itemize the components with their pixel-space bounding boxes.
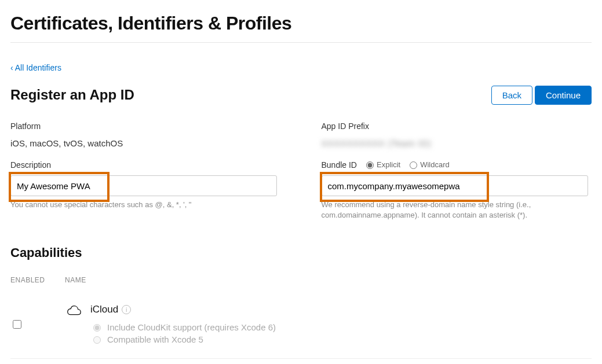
capabilities-header: ENABLED NAME (10, 275, 592, 285)
description-label: Description (10, 160, 281, 171)
action-buttons: Back Continue (491, 86, 592, 105)
platform-value: iOS, macOS, tvOS, watchOS (10, 137, 281, 149)
icloud-opt-xcode5-label: Compatible with Xcode 5 (107, 333, 203, 345)
capabilities-title: Capabilities (10, 244, 592, 262)
section-title: Register an App ID (10, 85, 134, 105)
platform-label: Platform (10, 121, 281, 133)
back-link-text: All Identifiers (15, 63, 61, 72)
divider (10, 42, 592, 43)
app-id-prefix-block: App ID Prefix XXXXXXXXXX (Team ID) (322, 121, 592, 149)
info-icon[interactable]: i (122, 305, 131, 314)
capability-row-icloud: iCloud i Include CloudKit support (requi… (10, 297, 592, 351)
chevron-left-icon: ‹ (10, 63, 15, 72)
app-id-prefix-value: XXXXXXXXXX (Team ID) (322, 137, 592, 149)
capability-separator (10, 358, 592, 359)
bundle-explicit-radio[interactable]: Explicit (366, 160, 400, 170)
icloud-opt-xcode5[interactable]: Compatible with Xcode 5 (90, 333, 276, 345)
cloud-icon (65, 303, 82, 320)
description-helper: You cannot use special characters such a… (10, 200, 277, 210)
column-enabled: ENABLED (10, 275, 65, 285)
app-id-prefix-label: App ID Prefix (322, 121, 592, 133)
continue-button[interactable]: Continue (535, 86, 592, 105)
bundle-id-helper: We recommend using a reverse-domain name… (322, 200, 588, 220)
bundle-wildcard-radio[interactable]: Wildcard (410, 160, 450, 170)
bundle-explicit-label: Explicit (377, 160, 400, 170)
back-link[interactable]: ‹ All Identifiers (10, 63, 61, 72)
page-title: Certificates, Identifiers & Profiles (10, 10, 592, 36)
bundle-id-label: Bundle ID (322, 160, 357, 171)
bundle-wildcard-label: Wildcard (420, 160, 450, 170)
column-name: NAME (65, 275, 592, 285)
bundle-id-input[interactable] (322, 175, 588, 196)
bundle-id-block: Bundle ID Explicit Wildcard We recommend… (322, 160, 592, 221)
platform-block: Platform iOS, macOS, tvOS, watchOS (10, 121, 281, 149)
icloud-opt-cloudkit-label: Include CloudKit support (requires Xcode… (107, 321, 276, 333)
back-button[interactable]: Back (491, 86, 532, 105)
description-block: Description You cannot use special chara… (10, 160, 281, 211)
icloud-sub-options: Include CloudKit support (requires Xcode… (90, 321, 276, 345)
description-input[interactable] (10, 175, 277, 196)
icloud-checkbox[interactable] (13, 320, 21, 329)
icloud-opt-cloudkit[interactable]: Include CloudKit support (requires Xcode… (90, 321, 276, 333)
icloud-label: iCloud (90, 303, 118, 317)
